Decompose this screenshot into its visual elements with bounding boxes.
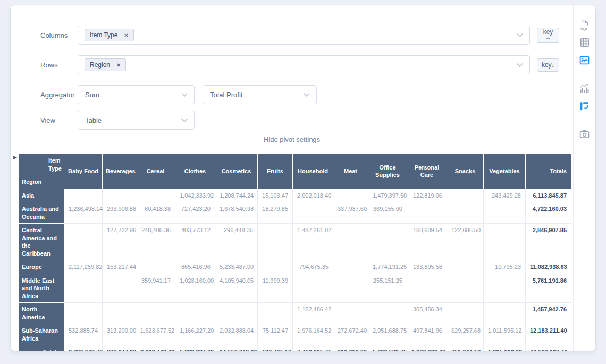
chart-icon[interactable] bbox=[578, 81, 592, 95]
pivot-totals-col-header: Totals bbox=[526, 154, 571, 189]
pivot-value-cell bbox=[333, 224, 368, 260]
pivot-value-cell: 313,200.00 bbox=[103, 324, 136, 345]
rows-label: Rows bbox=[40, 61, 78, 69]
pivot-icon[interactable] bbox=[578, 99, 592, 113]
pivot-col-label: Baby Food bbox=[64, 154, 103, 189]
pivot-data-row: Australia and Oceania1,236,498.14293,906… bbox=[19, 202, 571, 224]
pivot-value-cell: 1,011,595.12 bbox=[484, 324, 526, 345]
pivot-row-label: Middle East and North Africa bbox=[19, 274, 64, 303]
pivot-value-cell bbox=[333, 189, 368, 202]
pivot-value-cell: 255,151.25 bbox=[368, 274, 407, 303]
pivot-value-cell bbox=[258, 303, 293, 324]
pivot-col-label: Snacks bbox=[447, 154, 484, 189]
pivot-value-cell: 2,002,018.40 bbox=[293, 189, 333, 202]
toolbar-divider bbox=[579, 120, 591, 120]
pivot-row-total-cell: 44,168,198.40 bbox=[526, 345, 571, 351]
pivot-value-cell: 293,906.88 bbox=[103, 202, 136, 224]
hide-pivot-settings-link[interactable]: Hide pivot settings bbox=[264, 136, 320, 143]
view-label: View bbox=[40, 116, 78, 124]
pivot-value-cell: 5,233,487.00 bbox=[215, 260, 258, 274]
columns-pill-item-type[interactable]: Item Type ✕ bbox=[85, 29, 134, 41]
rows-key-sort-button[interactable]: key↓ bbox=[537, 58, 559, 72]
rows-pill-region[interactable]: Region ✕ bbox=[85, 58, 126, 71]
sql-query-icon[interactable]: SQL bbox=[578, 18, 592, 32]
pivot-value-cell: 1,236,498.14 bbox=[64, 202, 103, 224]
pivot-value-cell: 1,042,333.92 bbox=[175, 189, 215, 202]
expander-icon[interactable]: ▶ bbox=[13, 155, 17, 160]
aggregator-label: Aggregator bbox=[40, 91, 78, 99]
pivot-totals-row-label: Totals bbox=[19, 345, 64, 351]
pivot-value-cell bbox=[136, 303, 175, 324]
columns-select[interactable]: Item Type ✕ bbox=[78, 26, 530, 45]
rows-row: Rows Region ✕ key↓ bbox=[40, 55, 559, 74]
pivot-col-attr-label: Item Type bbox=[45, 154, 64, 175]
remove-icon[interactable]: ✕ bbox=[124, 32, 128, 38]
hide-link-row: Hide pivot settings bbox=[11, 134, 573, 144]
pivot-table-area: ▶ Item Type Baby FoodBeveragesCerealClot… bbox=[11, 154, 573, 351]
pivot-value-cell: 296,448.35 bbox=[215, 224, 258, 260]
pivot-data-row: North America1,152,486.42305,456.341,457… bbox=[19, 303, 571, 324]
pivot-value-cell: 1,774,191.25 bbox=[368, 260, 407, 274]
pivot-value-cell: 1,265,819.63 bbox=[484, 345, 526, 351]
pivot-value-cell bbox=[136, 260, 175, 274]
pivot-value-cell: 305,456.34 bbox=[407, 303, 447, 324]
pivot-value-cell: 888,047.28 bbox=[103, 345, 136, 351]
remove-icon[interactable]: ✕ bbox=[116, 62, 121, 68]
pivot-totals-row: Totals3,886,643.70888,047.282,292,443.43… bbox=[19, 345, 571, 351]
aggregator-select[interactable]: Sum bbox=[78, 85, 195, 104]
chevron-down-icon bbox=[517, 31, 523, 37]
rows-select[interactable]: Region ✕ bbox=[78, 55, 530, 74]
pivot-row-total-cell: 1,457,942.76 bbox=[526, 303, 571, 324]
pivot-value-cell bbox=[64, 303, 103, 324]
pivot-col-label: Meat bbox=[333, 154, 368, 189]
pivot-value-cell: 359,941.17 bbox=[136, 274, 175, 303]
table-grid-icon[interactable] bbox=[578, 36, 592, 49]
pivot-row-label: Europe bbox=[19, 260, 64, 274]
pivot-header-row: Item Type Baby FoodBeveragesCerealClothe… bbox=[19, 154, 571, 175]
pivot-data-row: Sub-Saharan Africa532,885.74313,200.001,… bbox=[19, 324, 571, 345]
pivot-row-label: Sub-Saharan Africa bbox=[19, 324, 64, 345]
arrow-down-icon: ↓ bbox=[552, 62, 555, 68]
pivot-editor-panel: Columns Item Type ✕ key → Rows R bbox=[11, 5, 573, 351]
pivot-value-cell: 3,886,643.70 bbox=[64, 345, 103, 351]
columns-label: Columns bbox=[40, 31, 78, 39]
pivot-value-cell: 272,672.40 bbox=[333, 324, 368, 345]
pivot-value-cell: 14,556,048.66 bbox=[215, 345, 258, 351]
pivot-corner-cell bbox=[19, 154, 45, 175]
view-row: View Table bbox=[40, 111, 559, 130]
chevron-down-icon bbox=[181, 116, 187, 122]
pivot-value-cell: 1,976,164.52 bbox=[293, 324, 333, 345]
aggregator-field-select[interactable]: Total Profit bbox=[203, 85, 317, 104]
pivot-value-cell: 1,623,677.52 bbox=[136, 324, 175, 345]
pivot-value-cell: 133,895.58 bbox=[407, 260, 447, 274]
pivot-value-cell bbox=[64, 224, 103, 260]
svg-text:SQL: SQL bbox=[580, 26, 589, 30]
pill-label: Item Type bbox=[90, 31, 117, 39]
columns-key-sort-button[interactable]: key → bbox=[537, 28, 559, 42]
pivot-col-label: Office Supplies bbox=[368, 154, 407, 189]
pivot-value-cell: 1,166,227.20 bbox=[175, 324, 215, 345]
pivot-value-cell: 1,678,540.98 bbox=[215, 202, 258, 224]
pivot-value-cell bbox=[293, 202, 333, 224]
pivot-value-cell: 497,841.96 bbox=[407, 324, 447, 345]
pivot-value-cell: 15,103.47 bbox=[258, 189, 293, 202]
pivot-data-row: Asia1,042,333.921,208,744.2415,103.472,0… bbox=[19, 189, 571, 202]
chevron-down-icon bbox=[304, 91, 309, 97]
pivot-value-cell: 1,487,261.02 bbox=[293, 224, 333, 260]
pivot-value-cell: 5,929,583.75 bbox=[368, 345, 407, 351]
pivot-value-cell: 127,722.96 bbox=[103, 224, 136, 260]
image-visualization-icon[interactable] bbox=[578, 53, 592, 67]
pivot-value-cell: 248,406.36 bbox=[136, 224, 175, 260]
pivot-row-label: Asia bbox=[19, 189, 64, 202]
view-select[interactable]: Table bbox=[78, 111, 195, 130]
pivot-value-cell bbox=[447, 202, 484, 224]
camera-snapshot-icon[interactable] bbox=[578, 127, 592, 141]
columns-row: Columns Item Type ✕ key → bbox=[40, 26, 559, 45]
pivot-value-cell: 2,032,888.04 bbox=[215, 324, 258, 345]
pivot-value-cell: 7,412,605.71 bbox=[293, 345, 333, 351]
pivot-settings: Columns Item Type ✕ key → Rows R bbox=[11, 5, 573, 130]
pivot-col-label: Cosmetics bbox=[215, 154, 258, 189]
chevron-down-icon bbox=[517, 61, 523, 67]
pivot-axis-spacer bbox=[45, 175, 64, 189]
pivot-value-cell: 120,495.18 bbox=[258, 345, 293, 351]
